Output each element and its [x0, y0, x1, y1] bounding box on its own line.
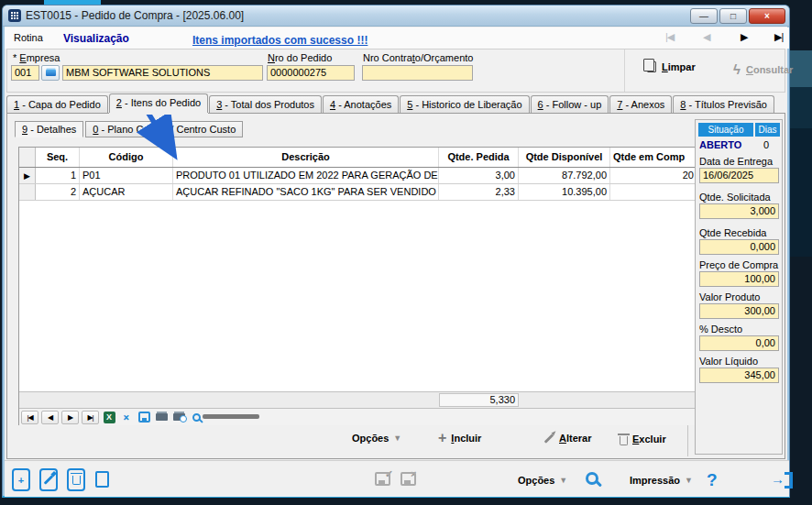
subtab-detalhes[interactable]: 9 - Detalhes: [15, 121, 83, 137]
main-tab-bar: 1 - Capa do Pedido 2 - Itens do Pedido 3…: [6, 93, 775, 113]
grid-tools-button[interactable]: +: [119, 411, 134, 424]
column-header-descricao[interactable]: Descrição: [173, 148, 439, 167]
grid-footer-row: 5,330: [19, 391, 697, 408]
valor-liquido-field[interactable]: 345,00: [699, 368, 779, 383]
copy-record-button[interactable]: [94, 468, 113, 491]
minimize-icon: —: [699, 11, 708, 21]
grid-prev-button[interactable]: ◀: [41, 411, 59, 424]
horizontal-scrollbar-thumb[interactable]: [203, 414, 259, 419]
save-cancel-button[interactable]: ×: [401, 472, 416, 486]
nro-pedido-field[interactable]: 0000000275: [267, 65, 355, 81]
empresa-code-field[interactable]: 001: [11, 65, 39, 81]
preco-compra-label: Preço de Compra: [699, 259, 778, 270]
table-row[interactable]: ▶ 1 P01 PRODUTO 01 UTILIZADO EM 2022 PAR…: [19, 168, 697, 184]
search-icon: [586, 472, 598, 485]
clear-icon: [647, 61, 656, 72]
grid-print-preview-button[interactable]: [171, 411, 186, 424]
save-icon: [375, 472, 390, 486]
tab-titulos-previsao[interactable]: 8 - Títulos Previsão: [673, 95, 774, 113]
grid-first-button[interactable]: |◀: [21, 411, 38, 424]
tab-itens-do-pedido[interactable]: 2 - Itens do Pedido: [109, 93, 208, 113]
empresa-lookup-button[interactable]: [41, 65, 60, 81]
grid-search-button[interactable]: [189, 411, 203, 424]
form-divider: [624, 49, 625, 92]
app-window: EST0015 - Pedido de Compra - [2025.06.00…: [2, 5, 790, 498]
chevron-down-icon: ▼: [559, 476, 567, 485]
exit-button[interactable]: →: [771, 472, 793, 489]
delete-record-button[interactable]: [67, 468, 85, 491]
empresa-name-field[interactable]: MBM SOFTWARE SOLUTIONS: [62, 65, 263, 81]
grid-selector-header: [19, 148, 36, 167]
menu-visualizacao[interactable]: Visualização: [63, 32, 129, 45]
data-entrega-field[interactable]: 16/06/2025: [699, 168, 779, 183]
pencil-icon: [544, 434, 554, 444]
excluir-label: Excluir: [632, 434, 666, 445]
status-message: Itens importados com sucesso !!!: [192, 34, 368, 47]
column-header-qtde-em-comp[interactable]: Qtde em Comp: [610, 148, 697, 167]
tab-historico-de-liberacao[interactable]: 5 - Historico de Liberação: [400, 95, 529, 113]
copy-icon: [99, 474, 109, 487]
incluir-button[interactable]: + Incluir: [438, 433, 481, 444]
plus-icon: +: [438, 433, 446, 444]
grid-header-row: Seq. Código Descrição Qtde. Pedida Qtde …: [19, 148, 697, 168]
valor-produto-field[interactable]: 300,00: [699, 303, 779, 319]
qtde-solicitada-label: Qtde. Solicitada: [699, 192, 771, 203]
column-header-seq[interactable]: Seq.: [36, 148, 80, 167]
nro-contrato-field[interactable]: [362, 65, 473, 81]
table-row[interactable]: 2 AÇUCAR AÇUCAR REFINADO "SACO 1KG" PARA…: [19, 184, 697, 201]
background-window-edge: [790, 128, 812, 257]
minimize-button[interactable]: —: [690, 8, 718, 24]
pencil-icon: [44, 475, 54, 485]
row-selector-cell: [19, 184, 36, 200]
record-first-button[interactable]: |◀: [665, 31, 674, 43]
tools-icon: +: [119, 410, 134, 424]
consultar-label: Consultar: [746, 64, 793, 75]
column-header-codigo[interactable]: Código: [80, 148, 173, 167]
grid-print-button[interactable]: [154, 411, 169, 424]
column-header-qtde-pedida[interactable]: Qtde. Pedida: [439, 148, 519, 167]
record-prev-button[interactable]: ◀: [703, 31, 709, 43]
menu-rotina[interactable]: Rotina: [14, 32, 43, 43]
grid-save-button[interactable]: [137, 411, 151, 424]
limpar-button[interactable]: Limpar: [647, 61, 696, 72]
opcoes-button[interactable]: Opções ▼: [352, 433, 401, 444]
tab-capa-do-pedido[interactable]: 1 - Capa do Pedido: [6, 95, 108, 113]
nro-contrato-label: Nro Contrato/Orçamento: [363, 52, 473, 63]
current-row-marker-icon: ▶: [24, 171, 30, 181]
tab-total-dos-produtos[interactable]: 3 - Total dos Produtos: [209, 95, 322, 113]
save-confirm-button[interactable]: ✓: [375, 472, 393, 486]
close-button[interactable]: ×: [749, 8, 785, 24]
cell-qtde-em-comp: 20: [610, 168, 697, 183]
bottom-opcoes-button[interactable]: Opções ▼: [518, 475, 567, 486]
excluir-button[interactable]: Excluir: [620, 433, 666, 445]
record-next-button[interactable]: ▶: [741, 31, 747, 43]
tab-follow-up[interactable]: 6 - Follow - up: [531, 95, 609, 113]
grid-last-button[interactable]: ▶|: [82, 411, 99, 424]
column-header-qtde-disponivel[interactable]: Qtde Disponível: [519, 148, 610, 167]
qtde-solicitada-field[interactable]: 3,000: [699, 203, 779, 219]
record-last-button[interactable]: ▶|: [774, 31, 783, 43]
lightning-icon: ϟ: [733, 61, 741, 77]
print-preview-icon: [173, 413, 185, 421]
pct-descto-field[interactable]: 0,00: [699, 335, 779, 351]
item-detail-panel: Situação Dias ABERTO 0 Data de Entrega 1…: [695, 119, 783, 455]
grid-next-button[interactable]: ▶: [61, 411, 79, 424]
maximize-button[interactable]: □: [719, 8, 747, 24]
qtde-recebida-field[interactable]: 0,000: [699, 239, 779, 255]
limpar-label: Limpar: [662, 61, 696, 72]
help-button[interactable]: ?: [707, 470, 718, 490]
preco-compra-field[interactable]: 100,00: [699, 271, 779, 287]
title-bar[interactable]: EST0015 - Pedido de Compra - [2025.06.00…: [3, 5, 789, 27]
plus-icon: +: [18, 475, 24, 486]
alterar-button[interactable]: Alterar: [543, 433, 591, 444]
impressao-button[interactable]: Impressão ▼: [630, 475, 693, 486]
subtab-plano-contas[interactable]: 0 - Plano Contas / Centro Custo: [85, 121, 243, 137]
export-excel-button[interactable]: X: [102, 411, 116, 424]
tab-anotacoes[interactable]: 4 - Anotações: [323, 95, 399, 113]
search-button[interactable]: [586, 472, 598, 487]
new-record-button[interactable]: +: [12, 468, 30, 491]
consultar-button[interactable]: ϟ Consultar: [733, 61, 793, 77]
arrow-right-icon: →: [771, 471, 785, 487]
edit-record-button[interactable]: [39, 468, 58, 491]
tab-anexos[interactable]: 7 - Anexos: [609, 95, 672, 113]
